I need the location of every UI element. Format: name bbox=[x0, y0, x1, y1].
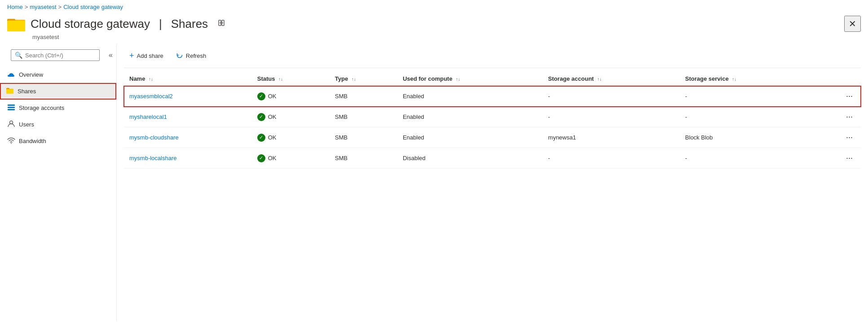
more-options-button[interactable]: ··· bbox=[843, 91, 855, 102]
sort-icon-type: ↑↓ bbox=[352, 77, 356, 82]
cell-storage-service: - bbox=[680, 107, 812, 127]
cell-storage-account: - bbox=[543, 148, 680, 169]
sidebar-item-bandwidth[interactable]: Bandwidth bbox=[0, 133, 116, 149]
cell-type: SMB bbox=[330, 107, 397, 127]
header-divider: | bbox=[159, 17, 162, 31]
cell-type: SMB bbox=[330, 86, 397, 107]
share-name-link[interactable]: mysharelocal1 bbox=[129, 113, 167, 120]
breadcrumb-sep1: > bbox=[25, 4, 28, 10]
page-title: Cloud storage gateway bbox=[31, 17, 150, 31]
table-row[interactable]: myasesmblocal2✓OKSMBEnabled--··· bbox=[124, 86, 861, 107]
status-text: OK bbox=[268, 113, 277, 120]
page-header: Cloud storage gateway | Shares ✕ bbox=[0, 14, 868, 35]
sort-icon-storage-service: ↑↓ bbox=[732, 77, 736, 82]
pin-icon[interactable] bbox=[217, 18, 226, 30]
sidebar: 🔍 « Overview Shares bbox=[0, 44, 117, 321]
col-header-status[interactable]: Status ↑↓ bbox=[252, 72, 330, 86]
col-header-storage-account[interactable]: Storage account ↑↓ bbox=[543, 72, 680, 86]
collapse-button[interactable]: « bbox=[107, 49, 115, 61]
more-options-button[interactable]: ··· bbox=[843, 152, 855, 164]
svg-rect-10 bbox=[8, 107, 15, 108]
content-area: + Add share Refresh Name bbox=[117, 44, 868, 321]
cell-more: ··· bbox=[812, 86, 861, 107]
cell-status: ✓OK bbox=[252, 86, 330, 107]
shares-table: Name ↑↓ Status ↑↓ Type ↑↓ Used for com bbox=[124, 72, 861, 169]
cell-name: mysmb-localshare bbox=[124, 148, 252, 169]
svg-point-13 bbox=[11, 143, 12, 144]
status-text: OK bbox=[268, 155, 277, 161]
search-icon: 🔍 bbox=[15, 52, 22, 59]
table-row[interactable]: mysmb-cloudshare✓OKSMBEnabledmynewsa1Blo… bbox=[124, 127, 861, 148]
toolbar: + Add share Refresh bbox=[124, 44, 861, 68]
close-button[interactable]: ✕ bbox=[844, 16, 861, 32]
cell-storage-service: Block Blob bbox=[680, 127, 812, 148]
cell-storage-account: - bbox=[543, 107, 680, 127]
col-header-type[interactable]: Type ↑↓ bbox=[330, 72, 397, 86]
cell-more: ··· bbox=[812, 107, 861, 127]
svg-rect-8 bbox=[6, 89, 13, 94]
col-header-used-for-compute[interactable]: Used for compute ↑↓ bbox=[397, 72, 543, 86]
add-icon: + bbox=[129, 51, 134, 61]
cell-status: ✓OK bbox=[252, 127, 330, 148]
header-section: Shares bbox=[171, 17, 208, 31]
search-box[interactable]: 🔍 bbox=[11, 49, 100, 61]
sort-icon-name: ↑↓ bbox=[149, 77, 153, 82]
search-input[interactable] bbox=[25, 52, 96, 59]
sidebar-item-label-users: Users bbox=[19, 121, 34, 128]
sidebar-item-overview[interactable]: Overview bbox=[0, 66, 116, 83]
col-header-storage-service[interactable]: Storage service ↑↓ bbox=[680, 72, 812, 86]
col-header-name[interactable]: Name ↑↓ bbox=[124, 72, 252, 86]
check-icon: ✓ bbox=[257, 92, 265, 100]
sort-icon-compute: ↑↓ bbox=[456, 77, 460, 82]
cell-more: ··· bbox=[812, 127, 861, 148]
cell-storage-account: - bbox=[543, 86, 680, 107]
sidebar-item-label-bandwidth: Bandwidth bbox=[19, 138, 46, 144]
cell-storage-account: mynewsa1 bbox=[543, 127, 680, 148]
cell-status: ✓OK bbox=[252, 107, 330, 127]
breadcrumb-sep2: > bbox=[58, 4, 62, 10]
share-name-link[interactable]: mysmb-localshare bbox=[129, 155, 176, 161]
share-name-link[interactable]: myasesmblocal2 bbox=[129, 93, 173, 100]
cell-name: myasesmblocal2 bbox=[124, 86, 252, 107]
add-share-button[interactable]: + Add share bbox=[124, 48, 169, 63]
sidebar-item-users[interactable]: Users bbox=[0, 116, 116, 133]
resource-subtitle: myasetest bbox=[0, 34, 868, 40]
person-icon bbox=[7, 120, 15, 129]
sidebar-item-label-storage: Storage accounts bbox=[19, 104, 64, 111]
check-icon: ✓ bbox=[257, 134, 265, 142]
svg-rect-11 bbox=[8, 109, 15, 110]
check-icon: ✓ bbox=[257, 154, 265, 162]
table-row[interactable]: mysharelocal1✓OKSMBEnabled--··· bbox=[124, 107, 861, 127]
folder-icon bbox=[7, 16, 25, 31]
table-row[interactable]: mysmb-localshare✓OKSMBDisabled--··· bbox=[124, 148, 861, 169]
col-header-actions bbox=[812, 72, 861, 86]
cell-used-for-compute: Disabled bbox=[397, 148, 543, 169]
wifi-icon bbox=[7, 136, 15, 146]
cell-name: mysharelocal1 bbox=[124, 107, 252, 127]
refresh-button[interactable]: Refresh bbox=[171, 49, 212, 63]
sidebar-item-shares[interactable]: Shares bbox=[0, 83, 116, 100]
breadcrumb-resource[interactable]: myasetest bbox=[30, 4, 56, 10]
cell-used-for-compute: Enabled bbox=[397, 107, 543, 127]
cell-storage-service: - bbox=[680, 148, 812, 169]
cell-used-for-compute: Enabled bbox=[397, 86, 543, 107]
sidebar-item-label-shares: Shares bbox=[18, 88, 36, 95]
main-layout: 🔍 « Overview Shares bbox=[0, 44, 868, 321]
refresh-icon bbox=[176, 52, 183, 61]
more-options-button[interactable]: ··· bbox=[843, 132, 855, 143]
more-options-button[interactable]: ··· bbox=[843, 111, 855, 122]
breadcrumb-current[interactable]: Cloud storage gateway bbox=[63, 4, 123, 10]
refresh-label: Refresh bbox=[186, 52, 207, 59]
share-name-link[interactable]: mysmb-cloudshare bbox=[129, 134, 179, 141]
sort-icon-status: ↑↓ bbox=[278, 77, 283, 82]
storage-icon bbox=[7, 103, 15, 113]
folder-nav-icon bbox=[6, 87, 14, 96]
cloud-icon bbox=[7, 70, 15, 79]
cell-name: mysmb-cloudshare bbox=[124, 127, 252, 148]
check-icon: ✓ bbox=[257, 113, 265, 121]
breadcrumb: Home > myasetest > Cloud storage gateway bbox=[0, 0, 868, 14]
table-header-row: Name ↑↓ Status ↑↓ Type ↑↓ Used for com bbox=[124, 72, 861, 86]
breadcrumb-home[interactable]: Home bbox=[7, 4, 23, 10]
sidebar-item-storage-accounts[interactable]: Storage accounts bbox=[0, 100, 116, 116]
cell-used-for-compute: Enabled bbox=[397, 127, 543, 148]
